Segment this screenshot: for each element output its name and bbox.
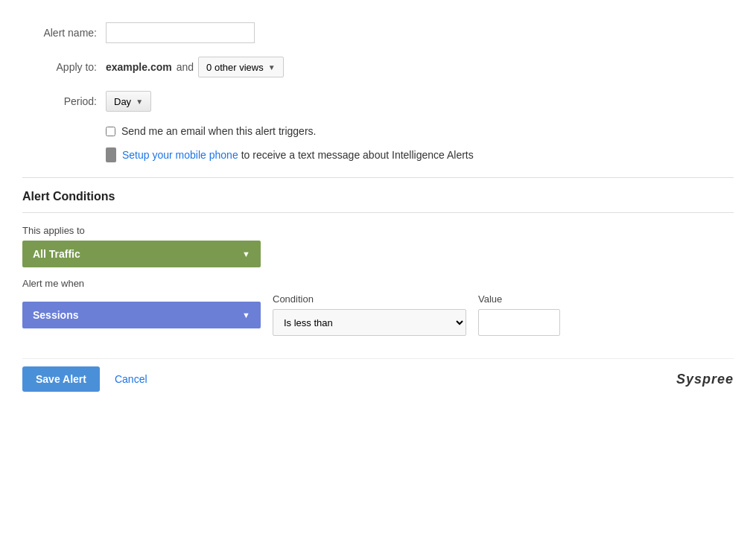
sessions-arrow-icon: ▼ [242,311,250,320]
apply-to-label: Apply to: [22,61,97,73]
alert-me-when-label: Alert me when [22,278,734,289]
other-views-dropdown[interactable]: 0 other views ▼ [198,57,284,77]
all-traffic-arrow-icon: ▼ [242,249,250,258]
domain-text: example.com [106,61,172,73]
branding-text: Syspree [676,372,734,387]
condition-label: Condition [273,293,466,305]
email-checkbox[interactable] [106,127,115,136]
branding-logo: Syspree [676,372,734,387]
mobile-suffix-text: to receive a text message about Intellig… [241,149,474,161]
sessions-dropdown[interactable]: Sessions ▼ [22,302,261,328]
applies-to-label: This applies to [22,225,734,236]
alert-name-label: Alert name: [22,27,97,39]
other-views-label: 0 other views [206,62,264,73]
alert-conditions-title: Alert Conditions [22,190,734,203]
period-value: Day [114,96,131,107]
period-label: Period: [22,95,97,107]
conditions-divider [22,212,734,213]
save-alert-button[interactable]: Save Alert [22,366,100,392]
all-traffic-label: All Traffic [33,248,80,260]
and-text: and [177,61,194,73]
value-input[interactable] [478,309,560,336]
period-arrow-icon: ▼ [136,98,143,106]
alert-name-input[interactable] [106,22,255,43]
phone-icon [106,147,116,162]
other-views-arrow-icon: ▼ [268,63,276,71]
condition-select[interactable]: Is less than Is greater than Is equal to… [273,309,466,336]
sessions-label: Sessions [33,309,78,321]
mobile-phone-link[interactable]: Setup your mobile phone [122,149,238,161]
email-checkbox-label: Send me an email when this alert trigger… [121,125,316,137]
period-dropdown[interactable]: Day ▼ [106,91,151,112]
cancel-link[interactable]: Cancel [115,373,147,385]
section-divider [22,177,734,178]
value-label: Value [478,293,560,305]
all-traffic-dropdown[interactable]: All Traffic ▼ [22,241,261,267]
